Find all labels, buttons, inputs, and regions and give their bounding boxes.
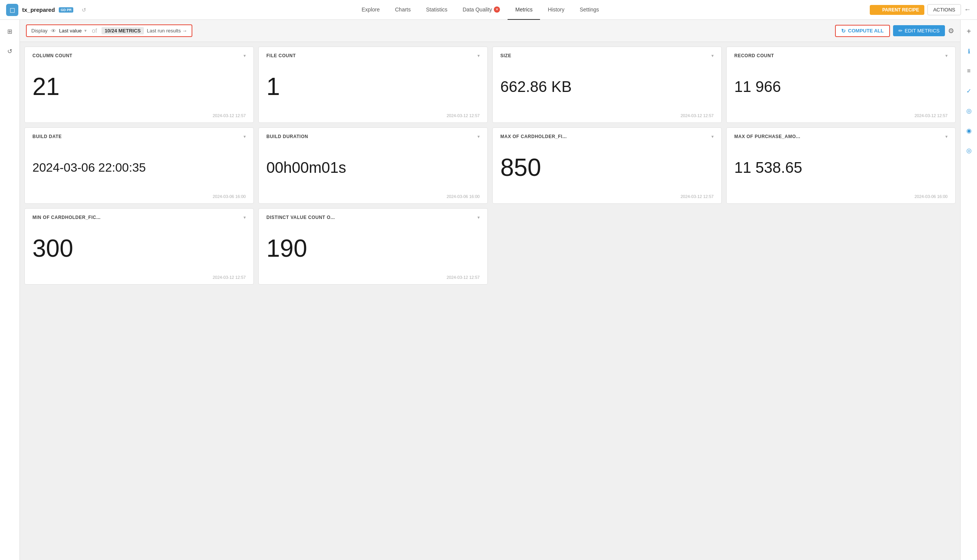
add-icon[interactable]: + (962, 24, 976, 38)
metric-card-size: SIZE ▾ 662.86 KB 2024-03-12 12:57 (492, 47, 721, 123)
display-filter-box: Display 👁 Last value ▼ of 10/24 METRICS … (26, 24, 192, 37)
circle-icon-3[interactable]: ◎ (962, 143, 976, 157)
check-icon[interactable]: ✓ (962, 84, 976, 98)
metrics-count-badge: 10/24 METRICS (102, 27, 144, 34)
circle-icon-1[interactable]: ◎ (962, 104, 976, 117)
metric-timestamp: 2024-03-06 16:00 (32, 191, 246, 199)
metric-chevron-icon[interactable]: ▾ (244, 134, 246, 139)
metric-chevron-icon[interactable]: ▾ (711, 134, 714, 139)
metric-chevron-icon[interactable]: ▾ (478, 215, 480, 220)
project-name: tx_prepared (22, 7, 55, 13)
metrics-container: COLUMN COUNT ▾ 21 2024-03-12 12:57 FILE … (20, 42, 960, 560)
metric-timestamp: 2024-03-12 12:57 (266, 110, 480, 118)
metric-title: MAX OF CARDHOLDER_FI... (500, 134, 567, 139)
nav-metrics[interactable]: Metrics (508, 0, 540, 20)
metric-value: 662.86 KB (500, 63, 714, 110)
metric-chevron-icon[interactable]: ▾ (244, 53, 246, 58)
main-nav: Explore Charts Statistics Data Quality ✕… (91, 0, 869, 20)
metric-number: 300 (32, 236, 73, 260)
metric-chevron-icon[interactable]: ▾ (478, 134, 480, 139)
metric-chevron-icon[interactable]: ▾ (478, 53, 480, 58)
metric-card-column-count: COLUMN COUNT ▾ 21 2024-03-12 12:57 (24, 47, 254, 123)
nav-charts[interactable]: Charts (387, 0, 418, 20)
metric-timestamp: 2024-03-12 12:57 (500, 110, 714, 118)
metric-timestamp: 2024-03-12 12:57 (32, 110, 246, 118)
filter-value-text: Last value (59, 28, 82, 33)
main-area: ⊞ ↺ Display 👁 Last value ▼ of 10/24 METR… (0, 20, 977, 560)
circle-icon-2[interactable]: ◉ (962, 123, 976, 137)
display-label: Display (31, 28, 48, 33)
metric-timestamp: 2024-03-12 12:57 (734, 110, 948, 118)
metric-card-header: SIZE ▾ (500, 53, 714, 58)
metric-number: 11 966 (734, 79, 781, 94)
nav-history[interactable]: History (540, 0, 572, 20)
metric-number: 00h00m01s (266, 160, 346, 175)
display-value-select[interactable]: Last value ▼ (59, 28, 87, 33)
metric-timestamp: 2024-03-12 12:57 (266, 272, 480, 280)
filter-divider: of (92, 27, 97, 34)
metric-chevron-icon[interactable]: ▾ (945, 53, 948, 58)
actions-button[interactable]: ACTIONS (927, 4, 961, 15)
grid-icon[interactable]: ⊞ (3, 24, 17, 38)
info-icon[interactable]: ℹ (962, 44, 976, 58)
metric-card-header: BUILD DATE ▾ (32, 134, 246, 139)
nav-statistics[interactable]: Statistics (418, 0, 455, 20)
metric-number: 21 (32, 74, 60, 99)
compute-all-button[interactable]: ↻ COMPUTE ALL (835, 25, 890, 37)
edit-icon: ✏ (899, 28, 903, 33)
metric-title: FILE COUNT (266, 53, 296, 58)
metric-timestamp: 2024-03-12 12:57 (500, 191, 714, 199)
metric-value: 21 (32, 63, 246, 110)
settings-gear-button[interactable]: ⚙ (948, 27, 954, 35)
metric-title: MIN OF CARDHOLDER_FIC... (32, 215, 101, 220)
list-icon[interactable]: ≡ (962, 64, 976, 78)
metric-value: 00h00m01s (266, 144, 480, 191)
nav-data-quality[interactable]: Data Quality ✕ (455, 0, 508, 20)
collapse-button[interactable]: ← (964, 6, 971, 14)
edit-metrics-button[interactable]: ✏ EDIT METRICS (893, 25, 945, 36)
nav-settings[interactable]: Settings (572, 0, 607, 20)
sidebar-right: + ℹ ≡ ✓ ◎ ◉ ◎ (960, 20, 977, 560)
header: ◻ tx_prepared GD PR ↺ Explore Charts Sta… (0, 0, 977, 20)
metric-card-header: MIN OF CARDHOLDER_FIC... ▾ (32, 215, 246, 220)
sync-icon: ↻ (841, 28, 846, 34)
metric-card-header: FILE COUNT ▾ (266, 53, 480, 58)
refresh-icon[interactable]: ↺ (3, 44, 17, 58)
metric-title: RECORD COUNT (734, 53, 774, 58)
metric-chevron-icon[interactable]: ▾ (711, 53, 714, 58)
metric-value: 190 (266, 225, 480, 272)
metric-chevron-icon[interactable]: ▾ (945, 134, 948, 139)
metric-chevron-icon[interactable]: ▾ (244, 215, 246, 220)
metric-card-min-cardholder: MIN OF CARDHOLDER_FIC... ▾ 300 2024-03-1… (24, 208, 254, 285)
gear-icon: ⚙ (948, 27, 954, 35)
chevron-down-icon: ▼ (84, 28, 87, 33)
parent-recipe-button[interactable]: ★ PARENT RECIPE (870, 5, 924, 15)
nav-explore[interactable]: Explore (354, 0, 387, 20)
sidebar-left: ⊞ ↺ (0, 20, 20, 560)
metric-number: 11 538.65 (734, 160, 802, 175)
metric-value: 300 (32, 225, 246, 272)
metric-value: 850 (500, 144, 714, 191)
metric-title: COLUMN COUNT (32, 53, 72, 58)
metric-timestamp: 2024-03-06 16:00 (266, 191, 480, 199)
metric-title: DISTINCT VALUE COUNT O... (266, 215, 335, 220)
metric-timestamp: 2024-03-12 12:57 (32, 272, 246, 280)
last-run-link[interactable]: Last run results → (147, 28, 187, 33)
metric-card-max-purchase: MAX OF PURCHASE_AMO... ▾ 11 538.65 2024-… (726, 127, 955, 204)
app-container: ◻ tx_prepared GD PR ↺ Explore Charts Sta… (0, 0, 977, 560)
metric-number: 190 (266, 236, 307, 260)
star-icon: ★ (875, 7, 879, 13)
metric-value: 11 538.65 (734, 144, 948, 191)
metric-card-header: DISTINCT VALUE COUNT O... ▾ (266, 215, 480, 220)
app-logo-icon: ◻ (6, 4, 18, 16)
metric-card-distinct-value: DISTINCT VALUE COUNT O... ▾ 190 2024-03-… (258, 208, 488, 285)
metric-card-header: COLUMN COUNT ▾ (32, 53, 246, 58)
metric-card-header: RECORD COUNT ▾ (734, 53, 948, 58)
metric-card-build-duration: BUILD DURATION ▾ 00h00m01s 2024-03-06 16… (258, 127, 488, 204)
metric-timestamp: 2024-03-06 16:00 (734, 191, 948, 199)
metric-title: SIZE (500, 53, 511, 58)
data-quality-error-icon: ✕ (494, 7, 500, 13)
metric-card-build-date: BUILD DATE ▾ 2024-03-06 22:00:35 2024-03… (24, 127, 254, 204)
metric-card-file-count: FILE COUNT ▾ 1 2024-03-12 12:57 (258, 47, 488, 123)
history-icon[interactable]: ↺ (77, 3, 91, 17)
